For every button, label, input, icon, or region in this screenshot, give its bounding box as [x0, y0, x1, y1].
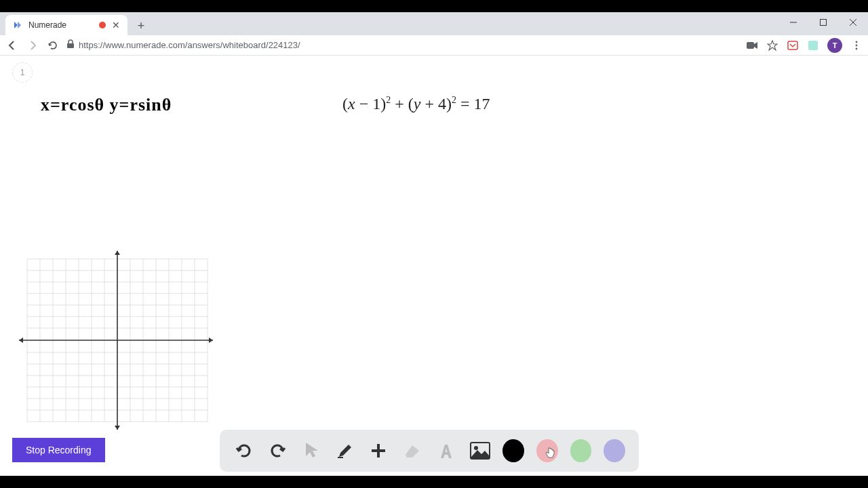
whiteboard-canvas[interactable]: 1 x=rcosθ y=rsinθ (x − 1)2 + (y + 4)2 = …: [0, 56, 868, 476]
pointer-tool[interactable]: [300, 439, 322, 462]
svg-rect-7: [808, 41, 818, 50]
favicon-icon: [12, 20, 23, 30]
undo-button[interactable]: [233, 439, 255, 462]
lock-icon: [66, 39, 75, 52]
image-tool[interactable]: [469, 439, 491, 462]
color-purple[interactable]: [604, 439, 625, 462]
close-window-button[interactable]: [838, 12, 868, 33]
eraser-tool[interactable]: [401, 439, 423, 462]
stop-recording-button[interactable]: Stop Recording: [12, 438, 105, 462]
back-button[interactable]: [5, 39, 19, 52]
browser-tab[interactable]: Numerade ✕: [5, 15, 127, 35]
svg-rect-41: [338, 457, 343, 458]
tab-bar: Numerade ✕ +: [0, 12, 868, 35]
text-tool[interactable]: [435, 439, 457, 462]
reload-button[interactable]: [46, 39, 60, 52]
color-pink[interactable]: [536, 439, 558, 462]
url-text: https://www.numerade.com/answers/whitebo…: [79, 40, 300, 50]
add-tool[interactable]: [368, 439, 390, 462]
page-number: 1: [12, 62, 33, 83]
whiteboard-toolbar: [220, 430, 639, 472]
svg-point-9: [856, 44, 858, 46]
tab-title: Numerade: [28, 20, 94, 30]
svg-rect-4: [67, 43, 74, 48]
svg-point-45: [474, 446, 478, 450]
browser-window: Numerade ✕ + https://www.numerade.com/an…: [0, 12, 868, 476]
color-green[interactable]: [570, 439, 592, 462]
new-tab-button[interactable]: +: [132, 16, 151, 35]
profile-avatar[interactable]: T: [827, 38, 842, 53]
star-icon[interactable]: [766, 39, 778, 52]
svg-point-8: [856, 41, 858, 43]
pen-tool[interactable]: [334, 439, 356, 462]
svg-point-10: [856, 47, 858, 49]
maximize-button[interactable]: [808, 12, 838, 33]
svg-rect-6: [788, 41, 797, 49]
extension-box-icon[interactable]: [807, 39, 819, 52]
svg-rect-1: [821, 20, 827, 26]
minimize-button[interactable]: [778, 12, 808, 33]
coordinate-grid: [12, 245, 216, 435]
svg-rect-5: [747, 42, 754, 49]
close-tab-button[interactable]: ✕: [111, 20, 121, 30]
recording-indicator-icon: [99, 22, 106, 28]
menu-icon[interactable]: [850, 39, 863, 52]
color-black[interactable]: [502, 439, 524, 462]
redo-button[interactable]: [267, 439, 289, 462]
typed-equation: (x − 1)2 + (y + 4)2 = 17: [342, 95, 490, 113]
address-bar: https://www.numerade.com/answers/whitebo…: [0, 35, 868, 56]
handwritten-formula: x=rcosθ y=rsinθ: [41, 95, 172, 115]
forward-button[interactable]: [26, 39, 39, 52]
camera-icon[interactable]: [746, 39, 758, 52]
url-bar[interactable]: https://www.numerade.com/answers/whitebo…: [66, 39, 739, 52]
extension-pocket-icon[interactable]: [787, 39, 799, 52]
